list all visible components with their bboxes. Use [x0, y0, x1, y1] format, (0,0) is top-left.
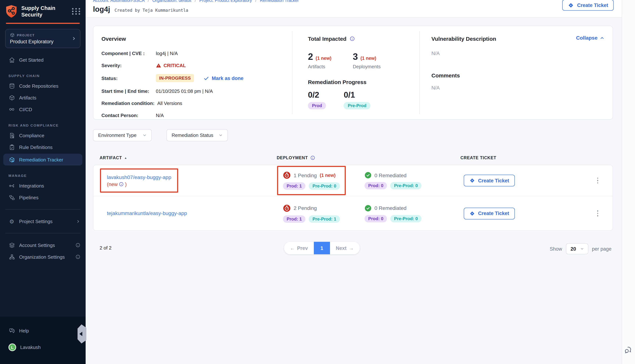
- show-label: Show: [550, 246, 562, 252]
- user-name: Lavakush: [20, 344, 41, 350]
- breadcrumb-project[interactable]: Project: Product Exploratory: [199, 0, 252, 2]
- sidebar-item-label: Project Settings: [19, 218, 53, 224]
- breadcrumb-remediation-tracker[interactable]: Remediation Tracker: [260, 0, 299, 2]
- cicd-infinity-icon: [9, 106, 15, 113]
- table-body: lavakush07/easy-buggy-app (new ): [93, 165, 613, 231]
- info-icon: [75, 254, 81, 260]
- sidebar-item-label: Organization Settings: [19, 254, 65, 260]
- deployment-cell: 2 Pending Prod: 1 Pre-Prod: 1: [277, 199, 363, 228]
- create-ticket-button-row[interactable]: Create Ticket: [464, 208, 515, 219]
- supply-chain-security-logo-icon: [5, 4, 18, 18]
- create-ticket-button-row[interactable]: Create Ticket: [464, 175, 515, 186]
- row-actions-kebab-menu[interactable]: [582, 208, 613, 219]
- progress-preprod: 0/1 Pre-Prod: [344, 90, 370, 109]
- breadcrumb-account[interactable]: Account: Automation-SSCA: [93, 0, 144, 2]
- info-icon[interactable]: [349, 36, 355, 42]
- support-chat-icon[interactable]: [623, 345, 633, 354]
- sidebar-item-compliance[interactable]: Compliance: [0, 130, 86, 141]
- column-header-remediated-spacer: [363, 155, 461, 160]
- prod-badge: Prod: 1: [283, 215, 306, 222]
- sidebar-item-cicd[interactable]: CI/CD: [0, 104, 86, 115]
- sidebar-item-artifacts[interactable]: Artifacts: [0, 92, 86, 104]
- overview-column: Overview Component | CVE : log4j | N/A S…: [93, 26, 292, 119]
- column-header-create-ticket: CREATE TICKET: [461, 155, 582, 160]
- sidebar-item-project-settings[interactable]: ⚙ Project Settings: [0, 216, 86, 227]
- sidebar-item-label: Remediation Tracker: [19, 157, 63, 162]
- sidebar-item-account-settings[interactable]: Account Settings: [0, 239, 86, 251]
- breadcrumb-organization[interactable]: Organization: default: [152, 0, 191, 2]
- sidebar-item-integrations[interactable]: Integrations: [0, 180, 86, 192]
- create-ticket-button-top[interactable]: Create Ticket: [562, 0, 614, 11]
- collapse-link[interactable]: Collapse: [576, 35, 604, 41]
- sidebar-item-pipelines[interactable]: Pipelines: [0, 192, 86, 203]
- mark-as-done-link[interactable]: Mark as done: [203, 76, 244, 81]
- overview-row-condition: Remediation condition: All Versions: [101, 100, 289, 106]
- gear-icon: ⚙: [9, 218, 15, 224]
- overview-row-status: Status: IN-PROGRESS Mark as done: [101, 74, 289, 82]
- project-selector[interactable]: PROJECT Product Exploratory: [5, 29, 81, 48]
- table-row: lavakush07/easy-buggy-app (new ): [93, 165, 612, 196]
- prod-badge: Prod: 0: [364, 215, 387, 222]
- annotation-box-deployment: 1 Pending (1 new) Prod: 1 Pre-Prod: 0: [277, 166, 346, 195]
- table-header: ARTIFACT ▲ DEPLOYMENT CREATE TICKET: [93, 150, 613, 165]
- overview-row-severity: Severity: CRITICAL: [101, 62, 289, 68]
- pending-new: (1 new): [320, 173, 335, 178]
- artifact-link[interactable]: tejakummarikuntla/easy-buggy-app: [107, 210, 187, 217]
- comments-value: N/A: [432, 85, 604, 91]
- remediated-check-icon: [364, 204, 371, 212]
- ticket-diamond-icon: [469, 178, 475, 184]
- app-root: Supply Chain Security PROJECT Product Ex…: [0, 0, 635, 364]
- pagination-summary: 2 of 2: [100, 245, 112, 250]
- info-icon[interactable]: [310, 155, 315, 160]
- sidebar-item-organization-settings[interactable]: Organization Settings: [0, 251, 86, 263]
- sidebar-divider: [5, 233, 81, 233]
- sort-ascending-icon[interactable]: ▲: [124, 156, 127, 160]
- sidebar-item-help[interactable]: Help: [0, 325, 86, 336]
- sidebar-item-rule-definitions[interactable]: Rule Definitions: [0, 141, 86, 153]
- ticket-diamond-icon: [469, 210, 475, 216]
- pending-icon: [283, 171, 291, 179]
- preprod-badge: Pre-Prod: 0: [390, 215, 421, 222]
- page-number-active[interactable]: 1: [314, 242, 330, 254]
- per-page-select[interactable]: 20: [566, 243, 588, 254]
- prev-page-button[interactable]: ← Prev: [284, 242, 314, 254]
- create-ticket-cell: Create Ticket: [461, 208, 582, 219]
- environment-type-dropdown[interactable]: Environment Type: [93, 129, 152, 141]
- chevron-down-icon: [142, 133, 147, 138]
- impact-column: Total Impacted 2(1 new) Artifacts 3(1 ne…: [293, 26, 419, 119]
- per-page-label: per page: [592, 246, 611, 252]
- chevron-down-icon: [580, 246, 584, 251]
- sidebar-item-remediation-tracker[interactable]: Remediation Tracker: [3, 154, 82, 166]
- artifact-cell: tejakummarikuntla/easy-buggy-app: [93, 204, 277, 222]
- prod-badge: Prod: 1: [283, 182, 306, 190]
- status-badge: IN-PROGRESS: [156, 74, 194, 82]
- next-page-button[interactable]: Next →: [330, 242, 360, 254]
- remediation-tracker-icon: [9, 156, 15, 163]
- total-impacted-heading: Total Impacted: [308, 36, 346, 42]
- create-ticket-cell: Create Ticket: [461, 175, 582, 186]
- sidebar-collapse-button[interactable]: [78, 324, 86, 344]
- sidebar-item-get-started[interactable]: Get Started: [0, 54, 86, 66]
- row-actions-kebab-menu[interactable]: [582, 176, 613, 186]
- per-page-control: Show 20 per page: [550, 243, 611, 254]
- artifact-cell: lavakush07/easy-buggy-app (new ): [93, 168, 277, 192]
- ticket-diamond-icon: [568, 2, 574, 8]
- critical-warning-icon: [156, 62, 161, 68]
- chevron-up-icon: [600, 36, 604, 40]
- created-by-text: Created by Teja Kummarikuntla: [114, 8, 188, 13]
- chevron-right-icon: [71, 36, 76, 41]
- sidebar-user[interactable]: L Lavakush: [0, 341, 86, 354]
- artifact-link[interactable]: lavakush07/easy-buggy-app: [107, 174, 171, 181]
- preprod-badge: Pre-Prod: 1: [309, 215, 340, 222]
- pipelines-icon: [9, 194, 15, 201]
- sidebar-item-label: CI/CD: [19, 106, 32, 112]
- info-icon[interactable]: [119, 182, 124, 187]
- app-switcher-grid-icon[interactable]: [72, 7, 81, 16]
- project-cube-icon: [10, 33, 15, 38]
- breadcrumb-separator: /: [255, 0, 256, 2]
- column-header-deployment: DEPLOYMENT: [277, 155, 363, 160]
- column-header-artifact[interactable]: ARTIFACT ▲: [93, 155, 277, 160]
- remediation-status-dropdown[interactable]: Remediation Status: [166, 129, 228, 141]
- info-icon: [75, 242, 81, 248]
- sidebar-item-code-repositories[interactable]: Code Repositories: [0, 80, 86, 92]
